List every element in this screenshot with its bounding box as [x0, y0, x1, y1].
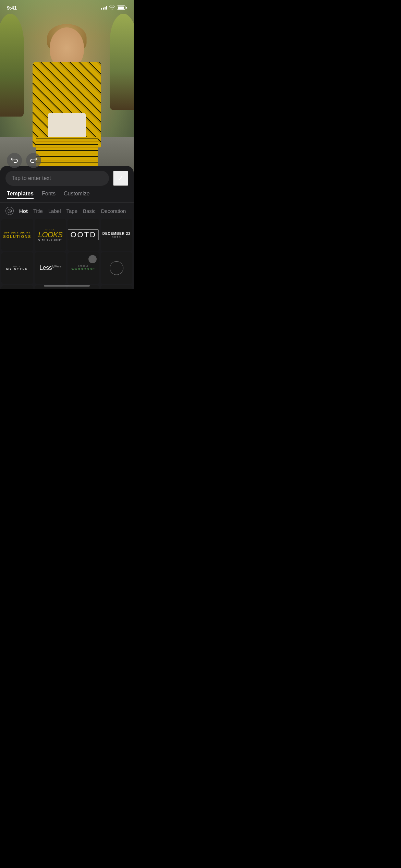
template-solutions[interactable]: OFF-DUTY OUTIFT SOLUTIONS	[1, 219, 33, 251]
filter-decoration[interactable]: Decoration	[101, 208, 126, 214]
filter-hot[interactable]: Hot	[19, 208, 28, 214]
template-capsule-top: CAPSULE	[78, 265, 88, 267]
template-capsule-title: WARDROBE	[72, 267, 96, 271]
template-less-title: Less@More	[39, 264, 61, 272]
circle-ring-decoration	[110, 261, 123, 275]
template-circle-ring[interactable]	[101, 252, 133, 284]
filter-title[interactable]: Title	[33, 208, 43, 214]
status-time: 9:41	[7, 5, 17, 11]
template-ootd-title: OOTD	[68, 229, 99, 240]
template-best-of-year[interactable]: BEST OF THE YEAR totally yours	[101, 285, 133, 289]
filter-label[interactable]: Label	[48, 208, 61, 214]
battery-icon	[117, 5, 127, 10]
photo-controls	[7, 153, 41, 168]
template-date-title: DECEMBER 22	[102, 232, 131, 236]
template-ootd[interactable]: OOTD	[68, 219, 99, 251]
undo-button[interactable]	[7, 153, 22, 168]
confirm-button[interactable]: ✓	[113, 171, 128, 186]
template-date-ootd[interactable]: DECEMBER 22 OOTD	[101, 219, 133, 251]
filter-basic[interactable]: Basic	[83, 208, 96, 214]
tree-right	[110, 14, 134, 110]
template-looks-title: LOOKS	[38, 231, 62, 239]
template-mystyle-title: MY STYLE	[6, 267, 28, 270]
template-looks[interactable]: OFFICE LOOKS WITH ONE SHIRT	[35, 219, 66, 251]
redo-button[interactable]	[26, 153, 41, 168]
template-less-more[interactable]: Less@More	[35, 252, 66, 284]
template-less-more-label: @More	[52, 265, 61, 268]
filter-tape[interactable]: Tape	[66, 208, 77, 214]
template-mix-match[interactable]: MIX AND MATCH	[1, 285, 33, 289]
bottom-panel: Tap to enter text ✓ Templates Fonts Cust…	[0, 166, 134, 289]
clock-icon	[8, 209, 12, 213]
tree-left	[0, 14, 24, 117]
filter-bar: Hot Title Label Tape Basic Decoration	[0, 203, 134, 219]
tab-fonts[interactable]: Fonts	[42, 191, 56, 199]
signal-icon	[101, 5, 107, 10]
tab-customize[interactable]: Customize	[64, 191, 90, 199]
checkmark-icon: ✓	[117, 173, 124, 183]
text-input-field[interactable]: Tap to enter text	[5, 171, 109, 186]
template-looks-bottom: WITH ONE SHIRT	[38, 239, 62, 241]
template-solutions-subtitle: OFF-DUTY OUTIFT	[4, 231, 31, 234]
person-body	[33, 62, 101, 147]
template-capsule-wardrobe[interactable]: CAPSULE WARDROBE	[68, 252, 99, 284]
template-my-style[interactable]: OOTD MY STYLE	[1, 252, 33, 284]
tab-templates[interactable]: Templates	[7, 191, 34, 199]
template-date-sub: OOTD	[112, 236, 121, 238]
text-input-row: Tap to enter text ✓	[0, 166, 134, 191]
templates-grid: OFF-DUTY OUTIFT SOLUTIONS OFFICE LOOKS W…	[0, 219, 134, 289]
tab-bar: Templates Fonts Customize	[0, 191, 134, 203]
status-icons	[101, 5, 127, 10]
undo-icon	[11, 157, 18, 164]
status-bar: 9:41	[0, 0, 134, 15]
text-input-placeholder: Tap to enter text	[12, 175, 51, 181]
photo-area[interactable]	[0, 0, 134, 178]
wifi-icon	[109, 5, 115, 10]
home-indicator	[44, 285, 90, 287]
capsule-circle-decoration	[88, 255, 97, 263]
history-icon[interactable]	[5, 207, 14, 215]
redo-icon	[30, 157, 37, 164]
template-solutions-title: SOLUTIONS	[3, 234, 31, 239]
